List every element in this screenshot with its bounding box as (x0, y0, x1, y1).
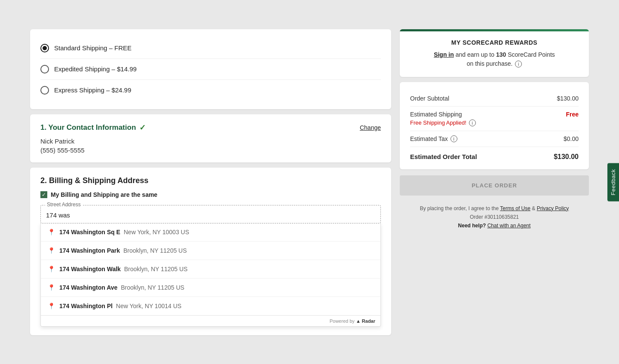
autocomplete-item-1[interactable]: 📍 174 Washington Park Brooklyn, NY 11205… (41, 242, 380, 260)
subtotal-value: $130.00 (557, 95, 579, 102)
autocomplete-city-0: New York, NY 10003 US (124, 229, 189, 236)
contact-name: Nick Patrick (40, 138, 381, 145)
shipping-option-expedited[interactable]: Expedited Shipping – $14.99 (40, 59, 381, 80)
autocomplete-street-0: 174 Washington Sq E (59, 229, 120, 236)
radio-standard[interactable] (40, 44, 49, 52)
contact-phone: (555) 555-5555 (40, 147, 381, 154)
shipping-express-label: Express Shipping – $24.99 (54, 86, 131, 94)
shipping-row: Estimated Shipping Free Shipping Applied… (410, 107, 579, 131)
tax-value: $0.00 (564, 135, 579, 142)
order-footer: By placing the order, I agree to the Ter… (400, 204, 589, 230)
need-help-text: Need help? (458, 223, 486, 229)
autocomplete-street-2: 174 Washington Walk (59, 266, 121, 272)
shipping-expedited-label: Expedited Shipping – $14.99 (54, 65, 137, 73)
billing-card: 2. Billing & Shipping Address My Billing… (30, 168, 391, 335)
location-icon-4: 📍 (48, 303, 55, 309)
free-shipping-info-icon[interactable]: i (469, 119, 476, 126)
street-address-label: Street Address (45, 202, 83, 208)
order-number: Order #30110635821 (470, 214, 519, 220)
autocomplete-item-3[interactable]: 📍 174 Washington Ave Brooklyn, NY 11205 … (41, 278, 380, 297)
shipping-value: Free (566, 111, 579, 118)
tax-info-icon[interactable]: i (450, 135, 457, 142)
radio-expedited[interactable] (40, 65, 49, 73)
shipping-label: Estimated Shipping (410, 111, 476, 118)
shipping-options-card: Standard Shipping – FREE Expedited Shipp… (30, 29, 391, 109)
autocomplete-city-2: Brooklyn, NY 11205 US (124, 266, 188, 272)
points-label: ScoreCard Points (508, 51, 555, 58)
change-button[interactable]: Change (360, 124, 381, 131)
shipping-option-standard[interactable]: Standard Shipping – FREE (40, 38, 381, 59)
tax-row: Estimated Tax i $0.00 (410, 131, 579, 147)
autocomplete-dropdown: 📍 174 Washington Sq E New York, NY 10003… (40, 223, 381, 327)
chat-with-agent-link[interactable]: Chat with an Agent (487, 223, 531, 229)
on-purchase-text: on this purchase. (467, 60, 515, 67)
autocomplete-city-1: Brooklyn, NY 11205 US (123, 247, 187, 254)
place-order-button[interactable]: PLACE ORDER (400, 175, 589, 196)
terms-of-use-link[interactable]: Terms of Use (500, 205, 530, 211)
powered-by-footer: Powered by ▲ Radar (41, 315, 380, 326)
feedback-tab[interactable]: Feedback (607, 163, 619, 201)
shipping-option-express[interactable]: Express Shipping – $24.99 (40, 80, 381, 101)
shipping-standard-label: Standard Shipping – FREE (54, 44, 132, 52)
scorecard-text: Sign in and earn up to 130 ScoreCard Poi… (410, 50, 579, 68)
total-label: Estimated Order Total (410, 153, 477, 160)
autocomplete-street-1: 174 Washington Park (59, 247, 120, 254)
order-total-row: Estimated Order Total $130.00 (410, 147, 579, 161)
order-summary-card: Order Subtotal $130.00 Estimated Shippin… (400, 82, 589, 169)
earn-text: and earn up to (456, 51, 496, 58)
contact-info-card: 1. Your Contact Information ✓ Change Nic… (30, 114, 391, 162)
subtotal-label: Order Subtotal (410, 95, 449, 102)
autocomplete-street-4: 174 Washington Pl (59, 303, 113, 309)
sign-in-link[interactable]: Sign in (434, 51, 454, 58)
free-shipping-note: Free Shipping Applied! i (410, 119, 476, 126)
contact-section-title: 1. Your Contact Information ✓ (40, 123, 146, 132)
autocomplete-item-4[interactable]: 📍 174 Washington Pl New York, NY 10014 U… (41, 297, 380, 315)
autocomplete-street-3: 174 Washington Ave (59, 284, 117, 291)
autocomplete-city-4: New York, NY 10014 US (116, 303, 181, 309)
radio-express[interactable] (40, 86, 49, 95)
autocomplete-item-0[interactable]: 📍 174 Washington Sq E New York, NY 10003… (41, 223, 380, 242)
same-address-checkbox[interactable] (40, 191, 47, 198)
tax-label: Estimated Tax (410, 135, 448, 142)
scorecard-info-icon[interactable]: i (515, 61, 522, 67)
radar-logo: ▲ Radar (356, 318, 375, 324)
autocomplete-item-2[interactable]: 📍 174 Washington Walk Brooklyn, NY 11205… (41, 260, 380, 278)
points-count: 130 (496, 51, 506, 58)
subtotal-row: Order Subtotal $130.00 (410, 91, 579, 107)
total-value: $130.00 (554, 153, 579, 161)
location-icon-1: 📍 (48, 247, 55, 254)
same-address-label: My Billing and Shipping are the same (51, 191, 157, 198)
location-icon-2: 📍 (48, 266, 55, 272)
street-address-input[interactable] (41, 205, 380, 223)
autocomplete-city-3: Brooklyn, NY 11205 US (121, 284, 184, 291)
scorecard-card: MY SCORECARD REWARDS Sign in and earn up… (400, 29, 589, 77)
address-field-wrapper: Street Address (40, 205, 381, 223)
scorecard-title: MY SCORECARD REWARDS (410, 39, 579, 46)
location-icon-0: 📍 (48, 229, 55, 236)
billing-section-title: 2. Billing & Shipping Address (40, 176, 381, 185)
checkmark-icon: ✓ (139, 123, 146, 132)
privacy-policy-link[interactable]: Privacy Policy (537, 205, 569, 211)
location-icon-3: 📍 (48, 284, 55, 291)
